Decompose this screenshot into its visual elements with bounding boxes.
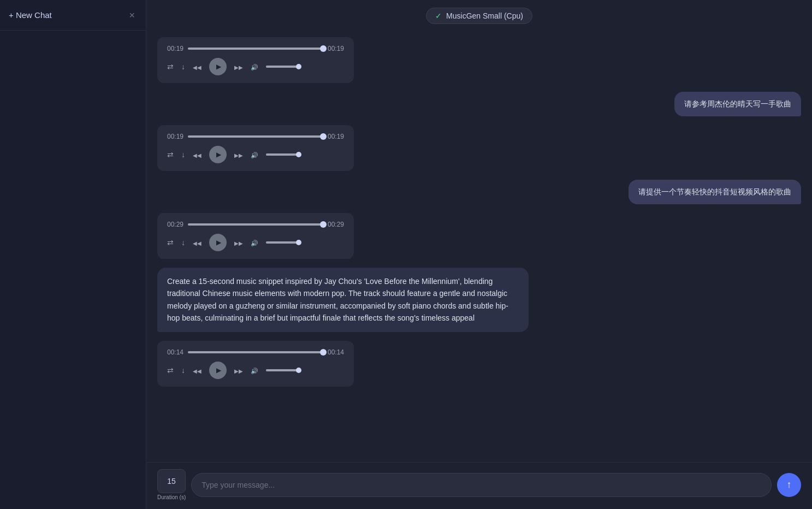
audio-time-bar-4: 00:14 00:14 — [167, 348, 344, 356]
progress-thumb-4 — [320, 349, 327, 356]
assistant-message-1: Create a 15-second music snippet inspire… — [157, 268, 529, 332]
time-end-4: 00:14 — [328, 348, 344, 356]
volume-icon-3[interactable] — [251, 238, 258, 247]
rewind-icon-1[interactable] — [193, 62, 201, 71]
rewind-icon-2[interactable] — [193, 150, 201, 159]
volume-fill-3 — [266, 241, 299, 244]
play-button-3[interactable] — [209, 234, 227, 251]
volume-fill-2 — [266, 153, 299, 156]
volume-thumb-1 — [296, 64, 301, 69]
download-icon-3[interactable] — [181, 238, 185, 247]
new-chat-label: + New Chat — [9, 10, 52, 20]
forward-icon-1[interactable] — [234, 62, 243, 71]
rewind-icon-4[interactable] — [193, 366, 201, 375]
forward-icon-4[interactable] — [234, 366, 243, 375]
progress-fill-1 — [188, 48, 323, 50]
volume-bar-2[interactable] — [266, 153, 299, 156]
sidebar-header: + New Chat × — [0, 0, 146, 31]
duration-input[interactable]: 15 — [157, 469, 186, 493]
progress-thumb-1 — [320, 45, 327, 52]
input-area: 15 Duration (s) ↑ — [146, 462, 812, 509]
audio-player-4: 00:14 00:14 — [157, 341, 354, 387]
model-badge[interactable]: ✓ MusicGen Small (Cpu) — [426, 8, 532, 24]
time-start-1: 00:19 — [167, 45, 183, 52]
user-message-1: 请参考周杰伦的晴天写一手歌曲 — [674, 92, 801, 116]
volume-thumb-3 — [296, 240, 301, 245]
volume-bar-3[interactable] — [266, 241, 299, 244]
progress-bar-1[interactable] — [188, 48, 323, 50]
volume-icon-1[interactable] — [251, 62, 258, 71]
volume-icon-2[interactable] — [251, 150, 258, 159]
progress-bar-2[interactable] — [188, 135, 323, 138]
play-button-4[interactable] — [209, 362, 227, 379]
download-icon-2[interactable] — [181, 150, 185, 159]
audio-controls-1 — [167, 58, 344, 75]
close-sidebar-button[interactable]: × — [127, 8, 137, 22]
volume-thumb-4 — [296, 368, 301, 373]
progress-fill-2 — [188, 135, 323, 138]
send-icon: ↑ — [787, 479, 792, 490]
progress-thumb-3 — [320, 221, 327, 228]
time-end-2: 00:19 — [328, 133, 344, 140]
audio-controls-2 — [167, 146, 344, 163]
volume-fill-1 — [266, 66, 299, 68]
time-start-4: 00:14 — [167, 348, 183, 356]
volume-fill-4 — [266, 369, 299, 371]
play-button-1[interactable] — [209, 58, 227, 75]
audio-time-bar-3: 00:29 00:29 — [167, 221, 344, 228]
time-end-3: 00:29 — [328, 221, 344, 228]
main-area: ✓ MusicGen Small (Cpu) 00:19 00:19 — [146, 0, 812, 509]
play-icon-3 — [215, 239, 221, 246]
duration-label: Duration (s) — [157, 494, 186, 500]
time-end-1: 00:19 — [328, 45, 344, 52]
volume-bar-4[interactable] — [266, 369, 299, 371]
volume-bar-1[interactable] — [266, 66, 299, 68]
progress-thumb-2 — [320, 133, 327, 140]
progress-bar-3[interactable] — [188, 223, 323, 226]
shuffle-icon-4[interactable] — [167, 366, 174, 375]
shuffle-icon-1[interactable] — [167, 62, 174, 71]
audio-time-bar-1: 00:19 00:19 — [167, 45, 344, 52]
audio-player-2: 00:19 00:19 — [157, 125, 354, 171]
new-chat-button[interactable]: + New Chat — [9, 8, 52, 22]
volume-icon-4[interactable] — [251, 366, 258, 375]
audio-player-3: 00:29 00:29 — [157, 213, 354, 259]
audio-time-bar-2: 00:19 00:19 — [167, 133, 344, 140]
user-message-2: 请提供一个节奏轻快的抖音短视频风格的歌曲 — [629, 180, 801, 204]
shuffle-icon-3[interactable] — [167, 238, 174, 247]
send-button[interactable]: ↑ — [777, 473, 801, 497]
play-icon-2 — [215, 151, 221, 158]
check-icon: ✓ — [435, 11, 442, 20]
rewind-icon-3[interactable] — [193, 238, 201, 247]
time-start-2: 00:19 — [167, 133, 183, 140]
message-input[interactable] — [191, 473, 772, 497]
audio-player-1: 00:19 00:19 — [157, 37, 354, 83]
play-icon-4 — [215, 366, 221, 374]
progress-fill-4 — [188, 351, 323, 353]
play-icon-1 — [215, 63, 221, 70]
model-name: MusicGen Small (Cpu) — [446, 11, 523, 20]
chat-header: ✓ MusicGen Small (Cpu) — [146, 0, 812, 32]
time-start-3: 00:29 — [167, 221, 183, 228]
progress-bar-4[interactable] — [188, 351, 323, 353]
progress-fill-3 — [188, 223, 323, 226]
volume-thumb-2 — [296, 152, 301, 157]
audio-controls-3 — [167, 234, 344, 251]
duration-wrapper: 15 Duration (s) — [157, 469, 186, 500]
sidebar: + New Chat × — [0, 0, 146, 509]
forward-icon-3[interactable] — [234, 238, 243, 247]
play-button-2[interactable] — [209, 146, 227, 163]
forward-icon-2[interactable] — [234, 150, 243, 159]
download-icon-4[interactable] — [181, 366, 185, 375]
audio-controls-4 — [167, 362, 344, 379]
shuffle-icon-2[interactable] — [167, 150, 174, 159]
messages-list: 00:19 00:19 — [146, 32, 812, 462]
download-icon-1[interactable] — [181, 62, 185, 71]
